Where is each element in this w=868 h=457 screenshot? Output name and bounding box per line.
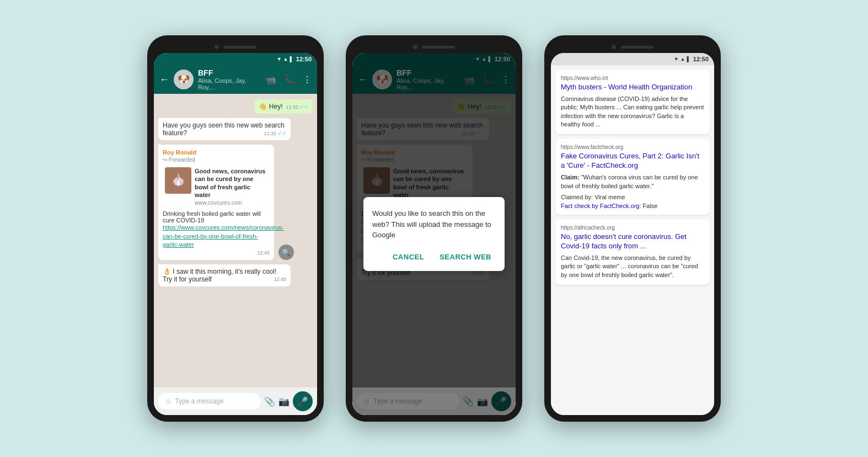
media-title: Good news, coronavirus can be cured by o… bbox=[195, 167, 267, 199]
more-options-icon-1[interactable]: ⋮ bbox=[303, 75, 312, 85]
cancel-button[interactable]: CANCEL bbox=[388, 249, 428, 264]
media-content: 🧄 Good news, coronavirus can be cured by… bbox=[163, 165, 270, 208]
phone-2: ▼ ▲▐ 12:50 ← 🐶 BFF Alisa, Coops, Jay, Ro… bbox=[346, 35, 522, 422]
phone-call-icon-1[interactable]: 📞 bbox=[284, 75, 295, 85]
bubble-forwarded: Roy Ronald ↪ Forwarded 🧄 Good news, coro… bbox=[158, 145, 274, 260]
input-bar-1: ☺ Type a message 📎 📷 🎤 bbox=[154, 387, 317, 415]
claim-label: Claim: bbox=[561, 174, 580, 180]
message-input-1[interactable]: ☺ Type a message bbox=[158, 393, 261, 410]
header-actions-1: 📹 📞 ⋮ bbox=[265, 75, 312, 85]
link-text[interactable]: https://www.covcures.com/news/coronaviru… bbox=[163, 224, 270, 249]
bubble-cool: 👌 I saw it this morning, it's really coo… bbox=[158, 264, 291, 286]
phone-1: ▼ ▲▐ 12:50 ← 🐶 BFF Alisa, Coops, Jay, Ro… bbox=[147, 35, 324, 422]
chat-header-1: ← 🐶 BFF Alisa, Coops, Jay, Roy,... 📹 📞 ⋮ bbox=[154, 65, 317, 94]
status-bar-3: ▼ ▲▐ 12:50 bbox=[551, 53, 714, 65]
result-snippet-3: Can Covid-19, the new coronavirus, be cu… bbox=[561, 254, 704, 279]
msg-hey-text: 👋 Hey! bbox=[259, 103, 282, 110]
fact-check-result: False bbox=[643, 203, 658, 209]
claimed-by-value: Viral meme bbox=[594, 194, 625, 200]
result-snippet-2: Claim: "Wuhan's corona virus can be cure… bbox=[561, 173, 704, 190]
result-url-2: https://www.factcheck.org bbox=[561, 144, 704, 150]
claimed-by-label: Claimed by: bbox=[561, 194, 593, 200]
msg-forwarded-wrapper: Roy Ronald ↪ Forwarded 🧄 Good news, coro… bbox=[158, 145, 313, 260]
speaker-2 bbox=[422, 46, 455, 49]
media-url: www.covcures.com bbox=[195, 200, 267, 206]
result-url-1: https://www.who.int bbox=[561, 75, 704, 81]
bubble-hey: 👋 Hey! 11:32 ✓✓ bbox=[254, 99, 313, 114]
camera-dot-1 bbox=[215, 45, 219, 49]
chat-info-1: BFF Alisa, Coops, Jay, Roy,... bbox=[198, 68, 261, 91]
camera-icon-1[interactable]: 📷 bbox=[278, 396, 290, 407]
forwarded-time: 12:45 bbox=[257, 250, 270, 256]
msg-websearch-in: Have you guys seen this new web search f… bbox=[158, 118, 313, 140]
search-dialog: Would you like to search this on the web… bbox=[363, 197, 505, 271]
search-web-btn-1[interactable]: 🔍 bbox=[278, 245, 294, 260]
status-bar-1: ▼ ▲▐ 12:50 bbox=[154, 53, 317, 65]
msg-hey-out: 👋 Hey! 11:32 ✓✓ bbox=[158, 99, 313, 114]
msg-cool-in: 👌 I saw it this morning, it's really coo… bbox=[158, 264, 313, 286]
chat-body-1: 👋 Hey! 11:32 ✓✓ Have you guys seen this … bbox=[154, 94, 317, 387]
status-time-1: 12:50 bbox=[296, 56, 312, 62]
result-claimed-by: Claimed by: Viral meme bbox=[561, 194, 704, 200]
msg-websearch-ticks: ✓✓ bbox=[277, 130, 286, 136]
media-text: Good news, coronavirus can be cured by o… bbox=[195, 167, 267, 206]
result-title-2[interactable]: Fake Coronavirus Cures, Part 2: Garlic I… bbox=[561, 152, 704, 171]
group-avatar-1: 🐶 bbox=[174, 70, 194, 89]
result-fact-check-2: Fact check by FactCheck.org: False bbox=[561, 203, 704, 209]
claim-text: "Wuhan's corona virus can be cured by on… bbox=[561, 174, 698, 189]
mic-button-1[interactable]: 🎤 bbox=[293, 391, 313, 411]
phone-screen-3: ▼ ▲▐ 12:50 https://www.who.int Myth bust… bbox=[551, 53, 714, 415]
phone-notch-2 bbox=[352, 42, 516, 52]
sender-name: Roy Ronald bbox=[163, 149, 270, 156]
result-card-3[interactable]: https://africacheck.org No, garlic doesn… bbox=[555, 219, 710, 285]
forwarded-row: Roy Ronald ↪ Forwarded 🧄 Good news, coro… bbox=[158, 145, 294, 260]
dialog-actions: CANCEL SEARCH WEB bbox=[372, 249, 496, 264]
search-results: https://www.who.int Myth busters - World… bbox=[551, 65, 714, 415]
input-placeholder-1: Type a message bbox=[175, 397, 223, 405]
msg-hey-ticks: ✓✓ bbox=[299, 104, 308, 110]
camera-dot-3 bbox=[612, 45, 616, 49]
msg-cool-time: 12:45 bbox=[274, 277, 286, 282]
network-icon-3: ▲▐ bbox=[681, 56, 689, 62]
result-title-3[interactable]: No, garlic doesn't cure coronavirus. Get… bbox=[561, 232, 704, 251]
dialog-message: Would you like to search this on the web… bbox=[372, 208, 496, 241]
phone-notch-3 bbox=[551, 42, 714, 52]
camera-dot-2 bbox=[413, 45, 417, 49]
msg-cool-text: 👌 I saw it this morning, it's really coo… bbox=[163, 268, 276, 283]
result-title-1[interactable]: Myth busters - World Health Organization bbox=[561, 83, 704, 92]
result-snippet-1: Coronavirus disease (COVID-19) advice fo… bbox=[561, 95, 704, 129]
dialog-overlay: Would you like to search this on the web… bbox=[352, 53, 516, 415]
search-web-button[interactable]: SEARCH WEB bbox=[435, 249, 496, 264]
phone-screen-2: ▼ ▲▐ 12:50 ← 🐶 BFF Alisa, Coops, Jay, Ro… bbox=[352, 53, 516, 415]
speaker-1 bbox=[223, 46, 256, 49]
signal-icons-1: ▼ ▲▐ bbox=[277, 56, 292, 62]
speaker-3 bbox=[620, 46, 653, 49]
phone-screen-1: ▼ ▲▐ 12:50 ← 🐶 BFF Alisa, Coops, Jay, Ro… bbox=[154, 53, 317, 415]
result-card-1[interactable]: https://www.who.int Myth busters - World… bbox=[555, 70, 710, 134]
attach-icon-1[interactable]: 📎 bbox=[264, 396, 275, 407]
result-card-2[interactable]: https://www.factcheck.org Fake Coronavir… bbox=[555, 139, 710, 215]
network-icon-1: ▲▐ bbox=[283, 56, 292, 62]
status-time-3: 12:50 bbox=[693, 56, 709, 62]
phone-notch-1 bbox=[154, 42, 317, 52]
emoji-icon-1[interactable]: ☺ bbox=[165, 397, 172, 405]
result-url-3: https://africacheck.org bbox=[561, 225, 704, 231]
forward-icon: ↪ bbox=[163, 157, 167, 163]
wifi-icon-3: ▼ bbox=[674, 56, 679, 62]
msg-hey-time: 11:32 ✓✓ bbox=[286, 104, 308, 110]
media-card: 🧄 Good news, coronavirus can be cured by… bbox=[163, 165, 270, 208]
back-button-1[interactable]: ← bbox=[159, 74, 169, 86]
forwarded-label: ↪ Forwarded bbox=[163, 157, 270, 163]
wifi-icon-1: ▼ bbox=[277, 56, 282, 62]
fact-check-label: Fact check by FactCheck.org: bbox=[561, 203, 641, 209]
body-text: Drinking fresh boiled garlic water will … bbox=[163, 210, 270, 224]
signal-icons-3: ▼ ▲▐ bbox=[674, 56, 689, 62]
chat-name-1: BFF bbox=[198, 68, 261, 78]
media-thumbnail: 🧄 bbox=[165, 167, 191, 194]
chat-members-1: Alisa, Coops, Jay, Roy,... bbox=[198, 77, 261, 91]
phone-3: ▼ ▲▐ 12:50 https://www.who.int Myth bust… bbox=[544, 35, 721, 422]
msg-websearch-time: 11:32 ✓✓ bbox=[264, 130, 286, 136]
video-call-icon-1[interactable]: 📹 bbox=[265, 75, 276, 85]
bubble-websearch: Have you guys seen this new web search f… bbox=[158, 118, 291, 140]
